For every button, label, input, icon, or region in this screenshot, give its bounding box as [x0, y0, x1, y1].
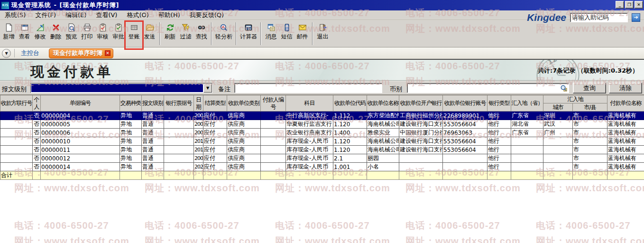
toolbar-refresh-button[interactable]: 刷新	[162, 21, 178, 45]
menu-item-3[interactable]: 查看(V)	[91, 11, 122, 19]
toolbar-view-button[interactable]: 查看	[17, 21, 32, 45]
remark-input[interactable]	[234, 83, 382, 93]
toolbar-audit-button[interactable]: 审核	[95, 21, 110, 45]
column-header-8[interactable]: 收款单位类别	[227, 95, 261, 112]
minimize-button[interactable]: _	[616, 1, 624, 9]
table-row-5[interactable]: 否00000012异地普通2009应付供应商库存现金-人民币2.1丽园他行市蓝海…	[0, 154, 644, 163]
table-cell: 否	[33, 129, 41, 137]
toolbar-separator	[159, 22, 160, 45]
table-row-0[interactable]: 否00000004异地普通200应付供应商中行高新区支行-1.112东方柴油配件…	[0, 112, 644, 120]
menu-item-4[interactable]: 格式(O)	[122, 11, 153, 19]
column-header-1[interactable]: 个人	[33, 95, 41, 112]
table-cell	[164, 120, 194, 129]
table-row-1[interactable]: 否00000005异地普通2009应付供应商华夏银行盐吉支行1.120海南机械公…	[0, 120, 644, 129]
column-header-5[interactable]: 银行票据号	[164, 95, 194, 112]
column-header-6[interactable]: 日期	[194, 95, 203, 112]
column-header-2[interactable]: 单据编号	[41, 95, 120, 112]
toolbar-calculator-button[interactable]: 计算器	[239, 21, 258, 45]
toolbar-filter-button[interactable]: 过滤	[178, 21, 193, 45]
table-cell: 2268989901	[443, 112, 488, 120]
clear-button[interactable]: 清除	[609, 83, 642, 93]
column-header-17[interactable]: 城市	[543, 103, 573, 112]
tab-console[interactable]: 主控台	[18, 49, 42, 57]
toolbar-post-button[interactable]: 登账	[126, 21, 142, 45]
table-row-4[interactable]: 否00000011异地普通2015应付供应商库存现金-人民币1.120海南机械公…	[0, 146, 644, 154]
menu-item-0[interactable]: 系统(S)	[0, 11, 30, 19]
column-header-10[interactable]: 科目	[286, 95, 333, 112]
chevron-down-icon[interactable]: ▼	[203, 84, 212, 93]
toolbar-approve-button[interactable]: 审批	[110, 21, 126, 45]
preview-icon	[67, 23, 76, 32]
table-row-6[interactable]: 否00000014异地普通2020应付供应商库存现金-人民币1.001小名他行市…	[0, 163, 644, 171]
send-icon	[146, 23, 154, 32]
query-button[interactable]: 查询	[573, 83, 606, 93]
toolbar-label: 查找	[196, 33, 207, 41]
tab-cash-payment-journal[interactable]: 现金付款单序时簿 ✕	[49, 48, 113, 58]
close-button[interactable]: ✕	[635, 1, 643, 9]
message-level-select[interactable]: ▼	[30, 83, 212, 93]
table-cell	[164, 112, 194, 120]
toolbar-label: 预览	[66, 33, 77, 41]
table-cell: 他行	[488, 137, 511, 146]
table-cell: 他行	[488, 120, 511, 129]
column-header-3[interactable]: 交易种类	[120, 95, 142, 112]
toolbar-sms-button[interactable]: 短信	[279, 21, 294, 45]
column-header-4[interactable]: 报文级别	[142, 95, 164, 112]
tab-dropdown-button[interactable]: ▼	[2, 49, 11, 58]
table-cell	[164, 171, 194, 180]
column-header-16[interactable]: 汇入地（省）	[511, 95, 543, 112]
exit-icon	[319, 23, 327, 32]
mnemonic-go-button[interactable]: ➔	[632, 13, 640, 22]
toolbar-analyze-button[interactable]: 轻分析	[214, 21, 234, 45]
table-cell: 否	[33, 120, 41, 129]
column-header-9[interactable]: 付款人编号	[261, 95, 286, 112]
currency-lookup-icon[interactable]	[560, 84, 568, 92]
table-cell: 蓝海机械有	[607, 129, 644, 137]
restore-button[interactable]: ❐	[625, 1, 634, 9]
find-icon	[197, 23, 206, 32]
column-header-13[interactable]: 收款单位开户银行	[399, 95, 443, 112]
toolbar-label: 审批	[113, 33, 124, 41]
menu-item-5[interactable]: 帮助(H)	[154, 11, 185, 19]
menu-item-6[interactable]: 我要反馈(Q)	[185, 11, 229, 19]
toolbar-exit-button[interactable]: 退出	[315, 21, 331, 45]
column-header-15[interactable]: 银行类型	[488, 95, 511, 112]
print-icon	[83, 23, 92, 32]
toolbar-mail-button[interactable]: 邮件	[294, 21, 310, 45]
mnemonic-input[interactable]	[570, 13, 628, 22]
menu-item-1[interactable]: 文件(F)	[30, 11, 61, 19]
toolbar-message-button[interactable]: 消息	[263, 21, 279, 45]
toolbar-separator	[260, 22, 261, 45]
table-cell	[573, 171, 607, 180]
table-cell: 市	[573, 146, 607, 154]
tab-close-icon[interactable]: ✕	[105, 50, 110, 56]
table-cell: 供应商	[227, 129, 261, 137]
toolbar-new-doc-button[interactable]: 新增	[1, 21, 17, 45]
table-cell	[227, 171, 261, 180]
toolbar-print-button[interactable]: 打印	[79, 21, 95, 45]
table-cell	[488, 171, 511, 180]
column-group-header[interactable]: 汇入地	[543, 95, 607, 103]
column-header-7[interactable]: 结算类型	[203, 95, 227, 112]
column-header-14[interactable]: 收款单位银行账号	[443, 95, 488, 112]
table-row-2[interactable]: 否00000006异地普通2009应付供应商农业银行燕南支行1.400雅俊实业中…	[0, 129, 644, 137]
column-header-0[interactable]: 收款方联行号	[0, 95, 33, 112]
table-cell: 东方柴油配件	[367, 112, 399, 120]
toolbar-delete-button[interactable]: 删除	[48, 21, 64, 45]
column-header-11[interactable]: 收款单位代码	[333, 95, 367, 112]
table-cell: 海南机械公司	[367, 146, 399, 154]
toolbar-send-button[interactable]: 发送	[142, 21, 157, 45]
toolbar-find-button[interactable]: 查找	[193, 21, 209, 45]
tab-label: 现金付款单序时簿	[53, 49, 102, 57]
table-row-3[interactable]: 否00000010异地普通2015应付供应商库存现金-人民币1.120海南机械公…	[0, 137, 644, 146]
page-title: 现金付款单	[30, 63, 113, 81]
menu-item-2[interactable]: 编辑(E)	[61, 11, 91, 19]
column-header-12[interactable]: 收款单位名称	[367, 95, 399, 112]
column-header-19[interactable]: 付款单位名称	[607, 95, 644, 112]
column-header-18[interactable]: 市/县	[573, 103, 607, 112]
toolbar-preview-button[interactable]: 预览	[64, 21, 79, 45]
toolbar-modify-button[interactable]: 修改	[32, 21, 48, 45]
table-cell: 应付	[203, 163, 227, 171]
currency-input[interactable]	[407, 83, 569, 93]
table-cell: 1.400	[333, 129, 367, 137]
